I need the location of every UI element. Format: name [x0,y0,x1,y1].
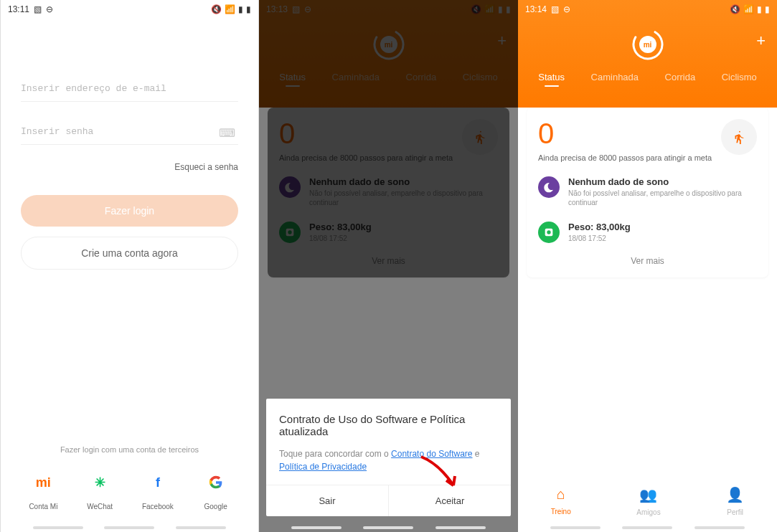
bottom-nav: ⌂ Treino 👥 Amigos 👤 Perfil [518,479,777,518]
password-input[interactable] [21,119,238,145]
modal-title: Contrato de Uso do Software e Política a… [279,413,498,437]
signal-icon: ▮ [757,4,762,14]
software-contract-link[interactable]: Contrato do Software [391,449,472,459]
sleep-title: Nenhum dado de sono [568,176,757,187]
scale-icon [538,222,560,243]
wifi-icon: 📶 [743,4,754,14]
social-mi[interactable]: mi Conta Mi [29,468,57,510]
friends-icon: 👥 [636,486,660,503]
wechat-icon: ✳ [85,468,114,497]
status-card: 0 Ainda precisa de 8000 passos para atin… [527,108,768,277]
mute-icon: 🔇 [730,4,740,14]
tab-status[interactable]: Status [538,72,565,85]
image-icon: ▧ [551,4,559,14]
status-time: 13:11 [8,4,29,14]
google-icon [202,468,230,497]
tab-walk[interactable]: Caminhada [591,72,639,85]
nav-perfil[interactable]: 👤 Perfil [726,486,744,518]
battery-icon: ▮ [246,4,251,14]
social-facebook[interactable]: f Facebook [142,468,174,510]
steps-count: 0 [538,119,712,148]
weight-title: Peso: 83,00kg [568,222,757,232]
home-icon: ⌂ [551,486,571,503]
sleep-sub: Não foi possível analisar, emparelhe o d… [568,189,757,207]
email-input[interactable] [21,76,238,102]
key-icon[interactable]: ⌨ [219,126,235,140]
sleep-row[interactable]: Nenhum dado de sono Não foi possível ana… [538,176,757,207]
status-bar: 13:11 ▧ ⊖ 🔇 📶 ▮ ▮ [1,0,258,19]
exit-button[interactable]: Sair [266,485,389,516]
app-screen-main: 13:14 ▧ ⊖ 🔇 📶 ▮ ▮ + mi Status Caminhada … [518,0,777,532]
mi-logo-icon: mi [639,36,656,53]
login-button[interactable]: Fazer login [21,195,238,227]
weight-sub: 18/08 17:52 [568,234,757,243]
profile-icon: 👤 [726,486,744,503]
accept-button[interactable]: Aceitar [389,485,511,516]
tab-cycle[interactable]: Ciclismo [722,72,757,85]
nav-amigos[interactable]: 👥 Amigos [636,486,660,518]
status-bar: 13:14 ▧ ⊖ 🔇 📶 ▮ ▮ [518,0,777,19]
svg-point-5 [547,230,550,234]
login-screen: 13:11 ▧ ⊖ 🔇 📶 ▮ ▮ ⌨ Esqueci a senha Faze… [0,0,259,532]
see-more-link[interactable]: Ver mais [538,256,757,266]
app-screen-with-modal: 13:13 ▧ ⊖ 🔇 📶 ▮ ▮ + mi Status Caminhada [259,0,518,532]
weight-row[interactable]: Peso: 83,00kg 18/08 17:52 [538,222,757,243]
forgot-password-link[interactable]: Esqueci a senha [21,162,238,172]
circle-icon: ⊖ [563,4,570,14]
signal-icon: ▮ [238,4,243,14]
header-ring: mi [632,29,664,60]
mi-icon: mi [29,468,57,497]
moon-icon [538,176,560,198]
add-icon[interactable]: + [756,32,766,50]
modal-text: Toque para concordar com o Contrato do S… [279,447,498,473]
facebook-icon: f [143,468,172,497]
image-icon: ▧ [34,4,42,14]
mute-icon: 🔇 [211,4,222,14]
steps-subtitle: Ainda precisa de 8000 passos para atingi… [538,153,712,162]
walk-badge[interactable] [721,119,757,155]
tab-run[interactable]: Corrida [665,72,696,85]
social-wechat[interactable]: ✳ WeChat [85,468,114,510]
terms-modal: Contrato de Uso do Software e Política a… [266,399,511,516]
social-google[interactable]: Google [202,468,230,510]
wifi-icon: 📶 [225,4,235,14]
third-party-label: Fazer login com uma conta de terceiros [1,445,258,454]
status-time: 13:14 [525,4,547,14]
privacy-policy-link[interactable]: Política de Privacidade [279,462,367,472]
nav-treino[interactable]: ⌂ Treino [551,486,571,518]
walking-icon [731,129,747,145]
create-account-button[interactable]: Crie uma conta agora [21,237,238,270]
circle-icon: ⊖ [46,4,53,14]
battery-icon: ▮ [765,4,770,14]
